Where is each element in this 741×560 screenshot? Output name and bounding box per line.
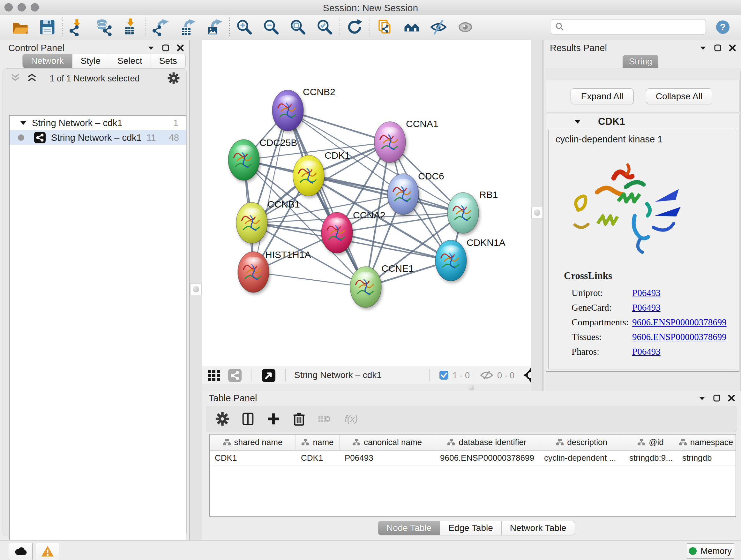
network-node-HIST1H1A[interactable]: HIST1H1A bbox=[238, 249, 311, 293]
panel-menu-icon[interactable] bbox=[699, 45, 707, 51]
crosslink-value[interactable]: P06493 bbox=[632, 288, 661, 298]
show-all-button[interactable] bbox=[452, 15, 479, 40]
right-splitter[interactable] bbox=[531, 40, 542, 391]
column-header-namespace[interactable]: namespace bbox=[677, 435, 735, 450]
network-label: String Network – cdk1 bbox=[51, 132, 146, 143]
network-node-CCNA1[interactable]: CCNA1 bbox=[374, 118, 439, 163]
left-splitter-handle[interactable] bbox=[190, 284, 202, 295]
export-network-button[interactable] bbox=[147, 15, 174, 40]
network-edge[interactable] bbox=[253, 111, 288, 272]
import-table-button[interactable] bbox=[118, 15, 144, 40]
network-node-CDC6[interactable]: CDC6 bbox=[387, 171, 444, 214]
panel-float-icon[interactable] bbox=[162, 44, 170, 52]
table-cell[interactable]: stringdb bbox=[677, 450, 735, 465]
hide-selected-button[interactable] bbox=[425, 15, 452, 40]
panel-float-icon[interactable] bbox=[714, 44, 722, 52]
warning-button[interactable] bbox=[36, 543, 59, 560]
import-database-button[interactable] bbox=[91, 15, 118, 40]
import-network-button[interactable] bbox=[64, 15, 91, 40]
crosslink-value[interactable]: 9606.ENSP00000378699 bbox=[632, 332, 727, 342]
open-session-button[interactable] bbox=[7, 15, 34, 40]
panel-float-icon[interactable] bbox=[713, 394, 721, 402]
export-network-icon bbox=[152, 18, 170, 36]
refresh-button[interactable] bbox=[341, 15, 368, 40]
zoom-out-button[interactable] bbox=[258, 15, 285, 40]
network-row[interactable]: String Network – cdk1 11 48 bbox=[10, 130, 186, 145]
table-cell[interactable]: stringdb:9... bbox=[624, 450, 677, 465]
crosslink-value[interactable]: P06493 bbox=[632, 302, 661, 313]
table-settings-button[interactable] bbox=[215, 412, 230, 426]
table-cell[interactable]: P06493 bbox=[340, 450, 435, 465]
table-cell[interactable]: 9606.ENSP00000378699 bbox=[435, 450, 539, 465]
zoom-in-button[interactable] bbox=[231, 15, 258, 40]
clone-network-button[interactable] bbox=[372, 15, 398, 40]
table-row[interactable]: CDK1CDK1P064939606.ENSP00000378699cyclin… bbox=[210, 450, 736, 465]
gene-collapse-icon[interactable] bbox=[574, 119, 582, 125]
tab-node-table[interactable]: Node Table bbox=[378, 521, 440, 536]
tab-edge-table[interactable]: Edge Table bbox=[440, 521, 502, 536]
column-header-database-identifier[interactable]: database identifier bbox=[435, 435, 539, 450]
hidden-eye-icon[interactable] bbox=[480, 370, 493, 380]
function-builder-button: f(x) bbox=[343, 412, 357, 426]
network-node-RB1[interactable]: RB1 bbox=[448, 189, 498, 233]
table-cell[interactable]: cyclin-dependent ... bbox=[539, 450, 624, 465]
add-column-button[interactable] bbox=[266, 412, 281, 426]
zoom-selected-button[interactable] bbox=[312, 15, 338, 40]
network-view-icon[interactable] bbox=[228, 368, 242, 382]
table-cell[interactable]: CDK1 bbox=[296, 450, 340, 465]
tab-network-table[interactable]: Network Table bbox=[502, 521, 575, 536]
node-label-CCNA1: CCNA1 bbox=[406, 118, 439, 129]
panel-close-icon[interactable] bbox=[728, 394, 735, 402]
crosslink-value[interactable]: 9606.ENSP00000378699 bbox=[632, 317, 727, 327]
first-neighbors-button[interactable] bbox=[398, 15, 425, 40]
expand-all-button[interactable]: Expand All bbox=[570, 88, 634, 105]
collapse-all-button[interactable]: Collapse All bbox=[646, 88, 712, 105]
network-canvas[interactable]: CCNB2 CCNA1 CDC25B CDK1 CDC6 RB1 CCNB1 C… bbox=[202, 40, 531, 366]
delete-column-button[interactable] bbox=[292, 412, 307, 426]
selected-checkbox-icon[interactable] bbox=[439, 370, 449, 380]
network-node-CCNB2[interactable]: CCNB2 bbox=[272, 86, 335, 131]
panel-menu-icon[interactable] bbox=[147, 45, 155, 51]
memory-button[interactable]: Memory bbox=[687, 543, 734, 559]
table-cell[interactable]: CDK1 bbox=[210, 450, 296, 465]
birds-eye-view-icon[interactable] bbox=[262, 368, 276, 382]
tab-sets[interactable]: Sets bbox=[151, 54, 186, 68]
left-splitter[interactable] bbox=[190, 40, 202, 540]
zoom-fit-button[interactable] bbox=[285, 15, 312, 40]
collection-expand-icon[interactable] bbox=[20, 120, 27, 125]
cloud-icon bbox=[14, 547, 27, 556]
grid-view-icon[interactable] bbox=[207, 369, 220, 381]
crosslink-value[interactable]: P06493 bbox=[632, 347, 661, 357]
panel-menu-icon[interactable] bbox=[698, 395, 706, 401]
network-options-gear-icon[interactable] bbox=[167, 72, 180, 84]
panel-close-icon[interactable] bbox=[729, 44, 736, 52]
network-edge[interactable] bbox=[253, 272, 366, 287]
show-columns-button[interactable] bbox=[241, 412, 255, 426]
column-header-shared-name[interactable]: shared name bbox=[210, 435, 296, 450]
panel-close-icon[interactable] bbox=[177, 44, 184, 52]
network-node-CCNE1[interactable]: CCNE1 bbox=[350, 263, 414, 307]
search-input[interactable] bbox=[564, 22, 700, 32]
export-image-button[interactable] bbox=[201, 15, 228, 40]
column-header-description[interactable]: description bbox=[539, 435, 624, 450]
tab-string-results[interactable]: String bbox=[623, 55, 658, 68]
network-node-CDK1[interactable]: CDK1 bbox=[293, 150, 350, 196]
bottom-splitter[interactable] bbox=[202, 384, 531, 391]
save-session-button[interactable] bbox=[34, 15, 61, 40]
network-collection-row[interactable]: String Network – cdk1 1 bbox=[10, 116, 186, 130]
bottom-splitter-handle[interactable] bbox=[468, 385, 474, 390]
tab-network[interactable]: Network bbox=[22, 54, 72, 68]
tab-style[interactable]: Style bbox=[72, 54, 109, 68]
help-button[interactable]: ? bbox=[716, 20, 730, 35]
column-header-name[interactable]: name bbox=[296, 435, 340, 450]
tab-select[interactable]: Select bbox=[109, 54, 151, 68]
network-node-CDKN1A[interactable]: CDKN1A bbox=[435, 237, 506, 281]
collection-count: 1 bbox=[173, 118, 179, 128]
search-field[interactable] bbox=[551, 19, 706, 35]
cloud-button[interactable] bbox=[9, 543, 32, 560]
export-table-button[interactable] bbox=[174, 15, 201, 40]
memory-label: Memory bbox=[700, 546, 732, 556]
right-splitter-handle[interactable] bbox=[531, 207, 543, 219]
column-header-canonical-name[interactable]: canonical name bbox=[340, 435, 435, 450]
column-header--id[interactable]: @id bbox=[624, 435, 677, 450]
